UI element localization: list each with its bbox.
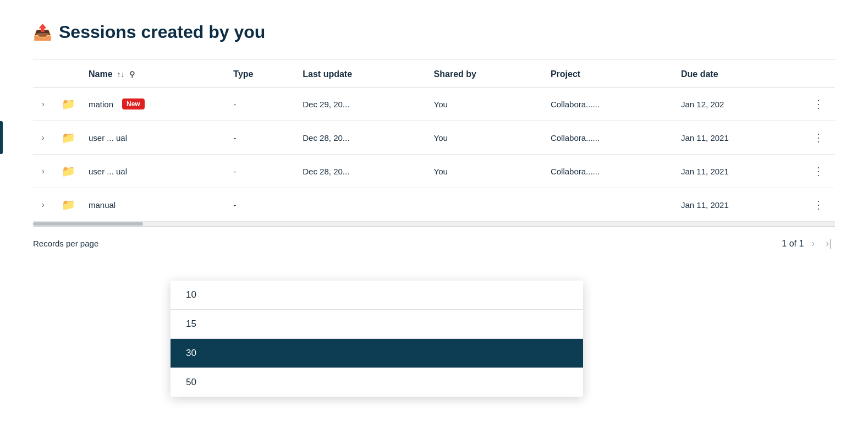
table-body: › 📁 mation New - Dec 29, 20... You Colla… xyxy=(33,87,835,222)
page-title-icon: 📤 xyxy=(33,23,52,41)
filter-icon[interactable]: ⚲ xyxy=(129,70,135,79)
horizontal-scrollbar[interactable] xyxy=(33,222,835,226)
row-due-date-cell: Jan 11, 2021 xyxy=(674,188,802,222)
th-last-update: Last update xyxy=(296,59,427,87)
row-due-date-cell: Jan 11, 2021 xyxy=(674,155,802,188)
row-type-cell: - xyxy=(227,121,296,155)
table-footer: Records per page 1 of 1 › ›| xyxy=(33,226,835,256)
row-icon-cell: 📁 xyxy=(55,155,82,188)
row-actions-cell: ⋮ xyxy=(802,188,835,222)
th-project: Project xyxy=(544,59,674,87)
row-more-button[interactable]: ⋮ xyxy=(809,130,828,145)
folder-icon: 📁 xyxy=(62,98,75,110)
row-more-button[interactable]: ⋮ xyxy=(809,197,828,212)
records-per-page-label: Records per page xyxy=(33,239,98,248)
th-due-date: Due date xyxy=(674,59,802,87)
row-name-text: user ... ual xyxy=(89,167,127,176)
row-last-update-cell xyxy=(296,188,427,222)
sort-icon[interactable]: ↑↓ xyxy=(117,70,125,79)
row-name-cell: mation New xyxy=(82,87,227,121)
row-expand-cell: › xyxy=(33,155,55,188)
row-last-update-cell: Dec 29, 20... xyxy=(296,87,427,121)
th-actions xyxy=(802,59,835,87)
th-name: Name ↑↓ ⚲ xyxy=(82,59,227,87)
last-page-button[interactable]: ›| xyxy=(822,237,835,250)
table-row: › 📁 mation New - Dec 29, 20... You Colla… xyxy=(33,87,835,121)
folder-icon: 📁 xyxy=(62,165,75,177)
table-row: › 📁 user ... ual - Dec 28, 20... You Col… xyxy=(33,155,835,188)
row-expand-cell: › xyxy=(33,121,55,155)
row-type-cell: - xyxy=(227,155,296,188)
row-icon-cell: 📁 xyxy=(55,87,82,121)
row-expand-cell: › xyxy=(33,188,55,222)
pagination-right: 1 of 1 › ›| xyxy=(782,237,835,250)
row-project-cell: Collabora...... xyxy=(544,87,674,121)
row-name-text: user ... ual xyxy=(89,133,127,142)
th-name-label: Name xyxy=(89,69,113,79)
row-expand-button[interactable]: › xyxy=(40,165,47,178)
page-title: Sessions created by you xyxy=(59,22,265,42)
row-name-text: manual xyxy=(89,200,116,210)
row-project-cell: Collabora...... xyxy=(544,121,674,155)
row-type-cell: - xyxy=(227,87,296,121)
records-per-page-dropdown: 10153050 xyxy=(171,281,583,397)
row-expand-button[interactable]: › xyxy=(40,131,47,144)
table-row: › 📁 manual - Jan 11, 2021 ⋮ xyxy=(33,188,835,222)
dropdown-option-10[interactable]: 10 xyxy=(171,281,583,309)
row-type-cell: - xyxy=(227,188,296,222)
row-last-update-cell: Dec 28, 20... xyxy=(296,121,427,155)
pagination-info: 1 of 1 xyxy=(782,239,804,249)
row-shared-by-cell: You xyxy=(427,155,544,188)
table-row: › 📁 user ... ual - Dec 28, 20... You Col… xyxy=(33,121,835,155)
row-icon-cell: 📁 xyxy=(55,188,82,222)
row-actions-cell: ⋮ xyxy=(802,121,835,155)
row-shared-by-cell xyxy=(427,188,544,222)
table-wrapper: Name ↑↓ ⚲ Type Last update Shared by Pro… xyxy=(33,59,835,222)
row-actions-cell: ⋮ xyxy=(802,87,835,121)
th-icon xyxy=(55,59,82,87)
folder-icon: 📁 xyxy=(62,131,75,144)
th-expand xyxy=(33,59,55,87)
folder-icon: 📁 xyxy=(62,199,75,211)
row-expand-button[interactable]: › xyxy=(40,97,47,111)
row-name-cell: user ... ual xyxy=(82,121,227,155)
row-more-button[interactable]: ⋮ xyxy=(809,163,828,179)
row-due-date-cell: Jan 12, 202 xyxy=(674,87,802,121)
row-more-button[interactable]: ⋮ xyxy=(809,96,828,112)
table-header-row: Name ↑↓ ⚲ Type Last update Shared by Pro… xyxy=(33,59,835,87)
row-name-cell: user ... ual xyxy=(82,155,227,188)
row-project-cell xyxy=(544,188,674,222)
sessions-table: Name ↑↓ ⚲ Type Last update Shared by Pro… xyxy=(33,59,835,222)
page-container: 📤 Sessions created by you Name ↑↓ ⚲ Ty xyxy=(0,0,868,433)
row-shared-by-cell: You xyxy=(427,121,544,155)
row-project-cell: Collabora...... xyxy=(544,155,674,188)
dropdown-option-50[interactable]: 50 xyxy=(171,368,583,397)
th-shared-by: Shared by xyxy=(427,59,544,87)
scrollbar-thumb xyxy=(33,222,143,226)
row-icon-cell: 📁 xyxy=(55,121,82,155)
next-page-button[interactable]: › xyxy=(808,237,818,250)
row-shared-by-cell: You xyxy=(427,87,544,121)
left-accent-bar xyxy=(0,121,3,154)
row-due-date-cell: Jan 11, 2021 xyxy=(674,121,802,155)
page-title-row: 📤 Sessions created by you xyxy=(33,22,835,42)
row-name-cell: manual xyxy=(82,188,227,222)
new-badge: New xyxy=(122,98,145,109)
dropdown-option-30[interactable]: 30 xyxy=(171,339,583,368)
dropdown-option-15[interactable]: 15 xyxy=(171,310,583,338)
row-name-text: mation xyxy=(89,100,113,109)
row-actions-cell: ⋮ xyxy=(802,155,835,188)
th-type: Type xyxy=(227,59,296,87)
row-last-update-cell: Dec 28, 20... xyxy=(296,155,427,188)
row-expand-button[interactable]: › xyxy=(40,198,47,211)
row-expand-cell: › xyxy=(33,87,55,121)
